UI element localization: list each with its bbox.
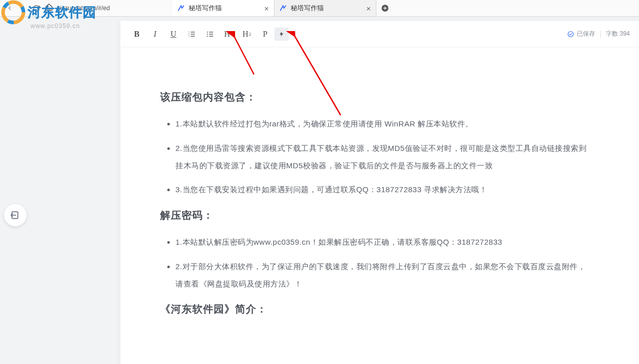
password-list: 1.本站默认解压密码为www.pc0359.cn！如果解压密码不正确，请联系客服… xyxy=(160,233,588,292)
editor-workspace: B I U 1 2 3 H1 H2 xyxy=(0,17,639,364)
italic-button[interactable]: I xyxy=(146,25,164,43)
unordered-list-button[interactable] xyxy=(201,25,219,43)
status-bar: 已保存 字数 394 xyxy=(567,21,630,47)
ai-lightning-button[interactable] xyxy=(274,28,289,41)
left-gutter xyxy=(0,17,31,364)
exit-button[interactable] xyxy=(4,204,27,226)
divider xyxy=(600,31,601,38)
contents-list: 1.本站默认软件经过打包为rar格式，为确保正常使用请使用 WinRAR 解压本… xyxy=(160,115,588,198)
refresh-icon[interactable] xyxy=(32,4,41,13)
underline-button[interactable]: U xyxy=(164,25,183,43)
heading-password: 解压密码： xyxy=(160,209,588,222)
wordcount-label: 字数 394 xyxy=(606,30,630,38)
browser-tab[interactable]: 秘塔写作猫 × xyxy=(274,0,376,16)
browser-tab[interactable]: 秘塔写作猫 × xyxy=(172,0,274,16)
saved-indicator: 已保存 xyxy=(567,30,595,38)
bold-button[interactable]: B xyxy=(127,25,146,43)
svg-point-14 xyxy=(207,34,208,35)
favicon-icon xyxy=(177,5,185,12)
list-item: 2.对于部分大体积软件，为了保证用户的下载速度，我们将附件上传到了百度云盘中，如… xyxy=(175,258,588,293)
list-item: 3.当您在下载安装过程中如果遇到问题，可通过联系QQ：3187272833 寻求… xyxy=(175,181,588,198)
document-panel: B I U 1 2 3 H1 H2 xyxy=(120,21,639,364)
svg-point-15 xyxy=(207,36,208,37)
home-icon[interactable] xyxy=(45,3,53,13)
heading-contents: 该压缩包内容包含： xyxy=(160,90,588,104)
svg-point-16 xyxy=(568,31,573,37)
heading2-button[interactable]: H2 xyxy=(238,25,256,43)
list-item: 1.本站默认软件经过打包为rar格式，为确保正常使用请使用 WinRAR 解压本… xyxy=(175,115,588,133)
nav-forward-icon[interactable] xyxy=(18,4,28,13)
new-tab-button[interactable] xyxy=(376,0,394,16)
document-body[interactable]: 该压缩包内容包含： 1.本站默认软件经过打包为rar格式，为确保正常使用请使用 … xyxy=(120,47,639,348)
browser-chrome: 秘塔写作猫 × 秘塔写作猫 × xyxy=(0,0,639,17)
tab-strip: 秘塔写作猫 × 秘塔写作猫 × xyxy=(172,0,394,16)
close-icon[interactable]: × xyxy=(264,4,269,13)
editor-toolbar: B I U 1 2 3 H1 H2 xyxy=(120,21,639,47)
list-item: 1.本站默认解压密码为www.pc0359.cn！如果解压密码不正确，请联系客服… xyxy=(175,233,588,251)
close-icon[interactable]: × xyxy=(366,4,371,13)
saved-label: 已保存 xyxy=(577,30,595,38)
svg-point-13 xyxy=(207,32,208,33)
svg-text:3: 3 xyxy=(188,35,190,37)
ordered-list-button[interactable]: 1 2 3 xyxy=(183,25,201,43)
favicon-icon xyxy=(279,5,287,12)
tab-title: 秘塔写作猫 xyxy=(291,4,362,13)
paragraph-button[interactable]: P xyxy=(256,25,274,43)
heading1-button[interactable]: H1 xyxy=(219,25,238,43)
browser-controls xyxy=(0,0,172,16)
tab-title: 秘塔写作猫 xyxy=(189,4,260,13)
url-input[interactable] xyxy=(57,5,141,12)
list-item: 2.当您使用迅雷等搜索资源模式下载工具下载本站资源，发现MD5值验证不对时，很可… xyxy=(175,140,588,174)
heading-intro: 《河东软件园》简介： xyxy=(160,302,588,316)
nav-back-icon[interactable] xyxy=(5,4,14,13)
check-circle-icon xyxy=(567,31,574,38)
